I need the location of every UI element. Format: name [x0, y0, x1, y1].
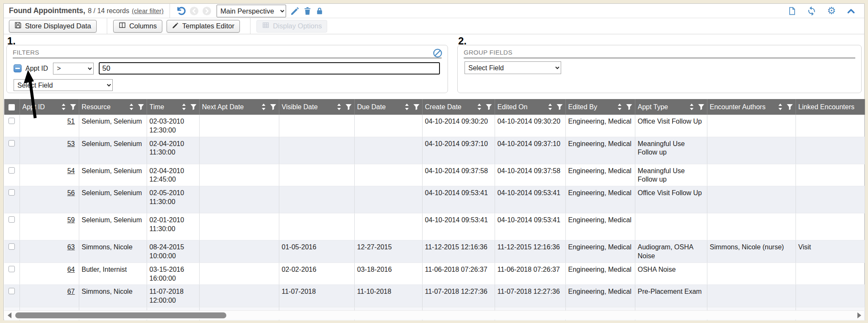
filter-funnel-icon[interactable] [556, 104, 563, 110]
scrollbar-thumb[interactable] [15, 312, 226, 318]
cell-encounter-authors [707, 115, 796, 137]
row-checkbox[interactable] [8, 243, 15, 250]
horizontal-scrollbar[interactable] [4, 310, 864, 320]
filter-field-label: Appt ID [25, 65, 48, 72]
add-filter-field-select[interactable]: Select Field [14, 79, 113, 91]
sort-icon[interactable] [129, 103, 134, 110]
active-filter-row: Appt ID > [14, 62, 440, 75]
cell-appt-type: Pre-Placement Exam [635, 285, 707, 307]
cell-time: 08-24-2015 10:00:00 [147, 240, 199, 263]
col-header-edited-on[interactable]: Edited On [495, 99, 565, 115]
refresh-icon[interactable] [807, 6, 816, 16]
table-header-row: Appt ID Resource Time Next Apt Date Visi… [4, 99, 865, 115]
lock-icon[interactable] [315, 6, 324, 16]
appt-id-link[interactable]: 59 [67, 216, 75, 224]
filter-funnel-icon[interactable] [70, 104, 76, 110]
cell-encounter-authors [707, 285, 796, 307]
collapse-chevron-up-icon[interactable] [846, 7, 856, 15]
cell-appt-type: Meaningful Use Follow up [635, 137, 707, 164]
gear-icon[interactable]: ⚙ [827, 6, 836, 16]
store-displayed-data-button[interactable]: Store Displayed Data [9, 20, 97, 33]
appt-id-link[interactable]: 53 [67, 140, 75, 147]
appt-id-link[interactable]: 63 [67, 243, 75, 251]
row-checkbox[interactable] [8, 167, 15, 174]
cell-appt-type: Office Visit Follow Up [635, 186, 707, 213]
filter-operator-select[interactable]: > [53, 63, 94, 75]
group-field-select[interactable]: Select Field [465, 61, 561, 74]
appt-id-link[interactable]: 51 [67, 118, 75, 125]
scroll-left-arrow-icon[interactable] [8, 312, 11, 318]
filter-value-input[interactable] [99, 62, 440, 75]
display-options-button: Display Options [256, 20, 328, 33]
appointments-table: Appt ID Resource Time Next Apt Date Visi… [4, 99, 865, 320]
col-header-next-apt-date[interactable]: Next Apt Date [199, 99, 279, 115]
sort-icon[interactable] [689, 103, 694, 110]
filter-funnel-icon[interactable] [787, 104, 793, 110]
undo-icon[interactable] [176, 6, 186, 16]
cell-edited-by: Engineering, Medical [565, 240, 635, 263]
sort-icon[interactable] [477, 103, 482, 110]
filter-funnel-icon[interactable] [698, 104, 704, 110]
col-header-edited-by[interactable]: Edited By [565, 99, 635, 115]
col-header-appt-id[interactable]: Appt ID [19, 99, 79, 115]
col-header-visible-date[interactable]: Visible Date [279, 99, 354, 115]
forward-icon[interactable] [202, 6, 211, 16]
clear-all-filters-icon[interactable] [433, 48, 442, 60]
col-header-create-date[interactable]: Create Date [422, 99, 495, 115]
col-header-linked-encounters[interactable]: Linked Encounters [796, 99, 865, 115]
filter-funnel-icon[interactable] [413, 104, 420, 110]
cell-time: 02-04-2010 12:45:00 [147, 164, 199, 186]
row-checkbox[interactable] [8, 216, 15, 223]
cell-appt-type [635, 213, 707, 240]
sort-icon[interactable] [548, 103, 553, 110]
select-all-checkbox[interactable] [8, 104, 15, 110]
filter-funnel-icon[interactable] [138, 104, 144, 110]
col-header-appt-type[interactable]: Appt Type [635, 99, 707, 115]
checkbox-cell [4, 137, 19, 164]
remove-filter-minus-button[interactable] [14, 64, 22, 72]
sort-icon[interactable] [617, 103, 622, 110]
sort-icon[interactable] [181, 103, 186, 110]
filter-funnel-icon[interactable] [626, 104, 632, 110]
display-options-label: Display Options [273, 22, 322, 30]
row-checkbox[interactable] [8, 288, 15, 294]
row-checkbox[interactable] [8, 118, 15, 124]
cell-linked-encounters [796, 262, 865, 285]
filter-funnel-icon[interactable] [190, 104, 197, 110]
columns-button[interactable]: Columns [113, 20, 162, 33]
clear-filter-link[interactable]: (clear filter) [132, 7, 164, 14]
perspective-select[interactable]: Main Perspective [217, 5, 286, 17]
filter-funnel-icon[interactable] [486, 104, 492, 110]
back-icon[interactable] [189, 6, 199, 16]
sort-icon[interactable] [404, 103, 409, 110]
appt-id-link[interactable]: 56 [67, 189, 75, 196]
appt-id-link[interactable]: 67 [67, 288, 75, 295]
sort-icon[interactable] [261, 103, 266, 110]
sort-icon[interactable] [61, 103, 66, 110]
appt-id-link[interactable]: 54 [67, 167, 75, 174]
row-checkbox[interactable] [8, 140, 15, 146]
col-header-time[interactable]: Time [147, 99, 199, 115]
col-header-due-date[interactable]: Due Date [354, 99, 422, 115]
row-checkbox[interactable] [8, 189, 15, 196]
cell-visible-date: 02-02-2016 [279, 262, 354, 285]
scroll-right-arrow-icon[interactable] [857, 312, 861, 318]
filter-funnel-icon[interactable] [270, 104, 276, 110]
cell-edited-by: Engineering, Medical [565, 186, 635, 213]
cell-time: 03-15-2016 16:00:00 [147, 262, 199, 285]
templates-editor-button[interactable]: Templates Editor [167, 20, 240, 33]
new-document-icon[interactable] [788, 6, 796, 16]
sort-icon[interactable] [337, 103, 342, 110]
sort-icon[interactable] [778, 103, 783, 110]
cell-next-apt-date [199, 186, 279, 213]
checkbox-cell [4, 186, 19, 213]
appt-id-link[interactable]: 64 [67, 266, 75, 273]
delete-perspective-trash-icon[interactable] [303, 6, 312, 16]
cell-appt-id: 53 [19, 137, 79, 164]
col-header-resource[interactable]: Resource [79, 99, 147, 115]
edit-perspective-pencil-icon[interactable] [290, 6, 300, 16]
col-header-encounter-authors[interactable]: Encounter Authors [707, 99, 796, 115]
row-checkbox[interactable] [8, 266, 15, 272]
cell-next-apt-date [199, 115, 279, 137]
filter-funnel-icon[interactable] [345, 104, 352, 110]
